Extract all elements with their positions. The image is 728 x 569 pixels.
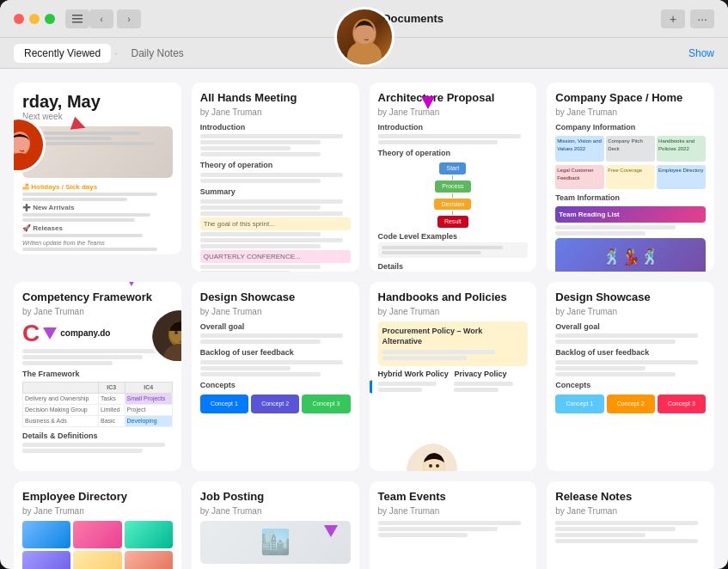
concept-chip-1: Concept 1 xyxy=(200,395,248,413)
svg-rect-1 xyxy=(72,18,83,20)
all-hands-card[interactable]: All Hands Meeting by Jane Truman Introdu… xyxy=(192,83,359,272)
maximize-button[interactable] xyxy=(45,14,55,24)
concept-chip-4: Concept 1 xyxy=(555,395,603,413)
architecture-author: by Jane Truman xyxy=(378,107,529,117)
competency-title: Competency Framework xyxy=(22,291,173,305)
svg-point-20 xyxy=(429,464,432,468)
design-showcase-2-card[interactable]: Design Showcase by Jane Truman Overall g… xyxy=(547,282,714,471)
concept-chip-5: Concept 2 xyxy=(607,395,655,413)
employee-directory-author: by Jane Truman xyxy=(22,506,173,516)
job-posting-card[interactable]: Job Posting by Jane Truman 🏙️ Senior Mob… xyxy=(192,481,359,569)
company-space-title: Company Space / Home xyxy=(555,91,706,106)
release-notes-card[interactable]: Release Notes by Jane Truman xyxy=(547,481,714,569)
titlebar-actions: + ··· xyxy=(661,9,714,28)
tab-recently-viewed[interactable]: Recently Viewed xyxy=(14,44,111,63)
company-space-author: by Jane Truman xyxy=(555,107,706,117)
all-hands-author: by Jane Truman xyxy=(200,107,351,117)
svg-rect-2 xyxy=(72,21,83,23)
team-events-card[interactable]: Team Events by Jane Truman xyxy=(370,481,537,569)
competency-author: by Jane Truman xyxy=(22,307,173,316)
framework-table: IC3IC4 Delivery and Ownership Tasks Smal… xyxy=(22,382,173,426)
add-button[interactable]: + xyxy=(661,9,685,28)
design-showcase-1-author: by Jane Truman xyxy=(200,307,351,316)
architecture-title: Architecture Proposal xyxy=(378,91,529,106)
concepts-chips-2: Concept 1 Concept 2 Concept 3 xyxy=(555,395,706,413)
concept-chip-3: Concept 3 xyxy=(302,395,350,413)
team-events-title: Team Events xyxy=(378,490,529,505)
competency-card[interactable]: Competency Framework by Jane Truman C co… xyxy=(14,282,181,471)
handbooks-title: Handbooks and Policies xyxy=(378,291,529,305)
release-notes-title: Release Notes xyxy=(555,490,706,505)
traffic-lights xyxy=(14,14,55,24)
employee-directory-title: Employee Directory xyxy=(22,490,173,505)
minimize-button[interactable] xyxy=(29,14,40,24)
company-space-card[interactable]: Company Space / Home by Jane Truman Comp… xyxy=(547,83,714,272)
all-hands-title: All Hands Meeting xyxy=(200,91,351,106)
nav-buttons: ‹ › xyxy=(89,9,141,28)
design-showcase-1-title: Design Showcase xyxy=(200,291,351,305)
design-showcase-1-card[interactable]: Design Showcase by Jane Truman Overall g… xyxy=(192,282,359,471)
back-button[interactable]: ‹ xyxy=(89,9,113,28)
concepts-chips: Concept 1 Concept 2 Concept 3 xyxy=(200,395,351,413)
close-button[interactable] xyxy=(14,14,24,24)
job-posting-author: by Jane Truman xyxy=(200,506,351,516)
job-posting-title: Job Posting xyxy=(200,490,351,505)
svg-point-14 xyxy=(174,331,178,334)
window-title: All Documents xyxy=(148,12,661,25)
design-showcase-2-author: by Jane Truman xyxy=(555,307,706,316)
documents-grid: rday, May Next week 🏖 Holidays / Sick da… xyxy=(0,69,728,569)
forward-button[interactable]: › xyxy=(117,9,141,28)
release-notes-author: by Jane Truman xyxy=(555,506,706,516)
tab-daily-notes[interactable]: Daily Notes xyxy=(121,44,194,63)
date-card[interactable]: rday, May Next week 🏖 Holidays / Sick da… xyxy=(14,83,181,254)
svg-rect-0 xyxy=(72,15,83,16)
team-reading-list: Team Reading List xyxy=(555,206,706,223)
design-showcase-2-title: Design Showcase xyxy=(555,291,706,305)
date-heading: rday, May xyxy=(22,91,173,112)
handbooks-author: by Jane Truman xyxy=(378,307,529,316)
architecture-card[interactable]: Architecture Proposal by Jane Truman Int… xyxy=(370,83,537,272)
handbooks-card[interactable]: Handbooks and Policies by Jane Truman Pr… xyxy=(370,282,537,471)
concept-chip-2: Concept 2 xyxy=(251,395,299,413)
app-window: ‹ › All Documents + ··· Recently Viewed … xyxy=(0,0,728,569)
more-button[interactable]: ··· xyxy=(690,9,714,28)
team-events-author: by Jane Truman xyxy=(378,506,529,516)
sidebar-toggle[interactable] xyxy=(65,9,89,28)
concept-chip-6: Concept 3 xyxy=(658,395,706,413)
show-button[interactable]: Show xyxy=(688,47,714,59)
svg-point-21 xyxy=(436,464,439,468)
employee-directory-card[interactable]: Employee Directory by Jane Truman 🕺🏃‍♀️🕺… xyxy=(14,481,181,569)
